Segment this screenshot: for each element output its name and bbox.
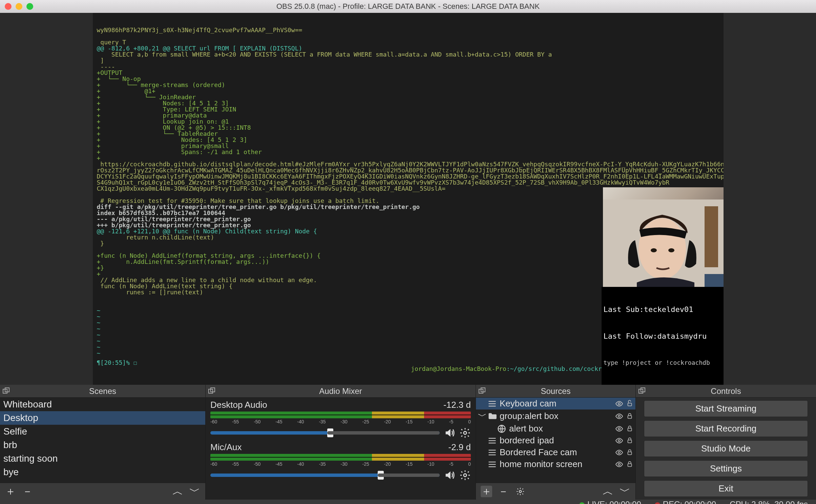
lock-toggle[interactable] [626,400,633,408]
source-row[interactable]: alert box [476,423,635,435]
bars-icon [487,460,497,469]
scene-up-button[interactable]: ︿ [172,486,184,497]
svg-rect-40 [628,403,632,406]
audio-channel-name: Mic/Aux [210,442,242,453]
window-title: OBS 25.0.8 (mac) - Profile: LARGE DATA B… [0,2,816,11]
source-label: Bordered Face cam [500,447,577,458]
lock-toggle[interactable] [626,448,633,457]
lock-toggle[interactable] [626,460,633,468]
lock-toggle[interactable] [626,437,633,445]
sources-title: Sources [541,386,570,396]
volume-slider[interactable] [210,431,440,435]
start-recording-button[interactable]: Start Recording [644,420,808,437]
terminal-capture: wyN986hP87k2PNY3j_s0X-h3Nej4TfQ_2cvuePvf… [93,13,724,385]
svg-point-61 [519,490,522,492]
svg-rect-60 [628,464,632,466]
source-row[interactable]: home monitor screen [476,458,635,470]
visibility-toggle[interactable] [615,448,623,457]
scene-down-button[interactable]: ﹀ [189,486,201,497]
add-source-button[interactable]: ＋ [481,486,492,497]
lock-toggle[interactable] [626,425,633,433]
face-camera-source[interactable] [603,187,724,299]
remove-scene-button[interactable]: － [22,486,33,497]
close-window-button[interactable] [5,3,12,10]
status-cpu: CPU: 2.8%, 30.00 fps [730,500,808,504]
visibility-toggle[interactable] [615,412,623,420]
status-live: LIVE: 00:00:00 [579,500,641,504]
status-rec: REC: 00:00:00 [655,500,716,504]
svg-point-39 [618,403,620,405]
start-streaming-button[interactable]: Start Streaming [644,400,808,417]
svg-rect-55 [628,452,632,455]
audio-settings-button[interactable] [459,427,471,439]
source-label: home monitor screen [500,459,582,469]
scene-row[interactable]: starting soon [0,452,205,465]
source-row[interactable]: Bordered Face cam [476,446,635,458]
scenes-panel: Scenes WhiteboardDesktopSelfiebrbstartin… [0,385,206,500]
bars-icon [487,399,497,408]
audio-meter [210,412,471,418]
status-bar: LIVE: 00:00:00 REC: 00:00:00 CPU: 2.8%, … [0,500,816,504]
svg-point-41 [618,415,620,417]
source-properties-button[interactable] [515,486,526,497]
mute-button[interactable] [444,427,455,439]
visibility-toggle[interactable] [615,400,623,408]
studio-mode-button[interactable]: Studio Mode [644,440,808,457]
settings-button[interactable]: Settings [644,460,808,477]
add-scene-button[interactable]: ＋ [5,486,16,497]
detach-icon[interactable] [2,387,10,395]
title-bar: OBS 25.0.8 (mac) - Profile: LARGE DATA B… [0,0,816,13]
audio-channel: Desktop Audio -12.3 d -60-55-50-45-40-35… [210,400,471,439]
svg-rect-42 [628,416,632,418]
detach-icon[interactable] [478,387,486,395]
exit-button[interactable]: Exit [644,480,808,497]
scene-row[interactable]: Selfie [0,425,205,438]
visibility-toggle[interactable] [615,460,623,468]
svg-rect-45 [628,428,632,431]
svg-rect-1 [705,206,718,267]
scene-row[interactable]: Whiteboard [0,398,205,411]
detach-icon[interactable] [208,387,216,395]
scene-row[interactable]: bye [0,465,205,479]
source-row[interactable]: Keyboard cam [476,398,635,410]
svg-point-33 [464,474,467,477]
svg-point-59 [618,463,620,465]
mute-button[interactable] [444,469,455,481]
scene-row[interactable]: brb [0,438,205,452]
source-label: bordered ipad [500,435,554,446]
source-row[interactable]: ﹀ group:alert box [476,410,635,423]
chevron-down-icon[interactable]: ﹀ [478,410,485,422]
window-controls [5,3,33,10]
svg-point-32 [464,432,467,435]
scenes-toolbar: ＋ － ︿ ﹀ [0,483,205,500]
audio-settings-button[interactable] [459,469,471,481]
svg-rect-50 [628,440,632,443]
sources-toolbar: ＋ － ︿ ﹀ [476,483,635,500]
remove-source-button[interactable]: － [498,486,509,497]
scene-row[interactable]: Desktop [0,411,205,425]
visibility-toggle[interactable] [615,437,623,445]
visibility-toggle[interactable] [615,425,623,433]
audio-channel-level: -2.9 d [448,442,471,453]
source-up-button[interactable]: ︿ [602,486,614,497]
sources-list[interactable]: Keyboard cam ﹀ group:alert box alert box… [476,398,635,483]
controls-panel: Controls Start StreamingStart RecordingS… [636,385,816,500]
svg-point-49 [618,440,620,442]
detach-icon[interactable] [638,387,646,395]
preview-area[interactable]: wyN986hP87k2PNY3j_s0X-h3Nej4TfQ_2cvuePvf… [0,13,816,385]
scenes-title: Scenes [89,386,116,396]
lock-toggle[interactable] [626,412,633,420]
globe-icon [497,424,506,434]
svg-point-54 [618,451,620,454]
source-down-button[interactable]: ﹀ [619,486,631,497]
audio-channel-name: Desktop Audio [210,400,267,410]
audio-ticks: -60-55-50-45-40-35-30-25-20-15-10-50 [210,461,471,467]
audio-mixer-panel: Audio Mixer Desktop Audio -12.3 d -60-55… [206,385,476,500]
source-row[interactable]: bordered ipad [476,435,635,446]
terminal-prompt-left: ¶[20:55]% ☐ [97,360,137,378]
maximize-window-button[interactable] [26,3,33,10]
svg-point-5 [651,248,657,252]
scenes-list[interactable]: WhiteboardDesktopSelfiebrbstarting soonb… [0,398,205,483]
volume-slider[interactable] [210,474,440,477]
minimize-window-button[interactable] [16,3,22,10]
